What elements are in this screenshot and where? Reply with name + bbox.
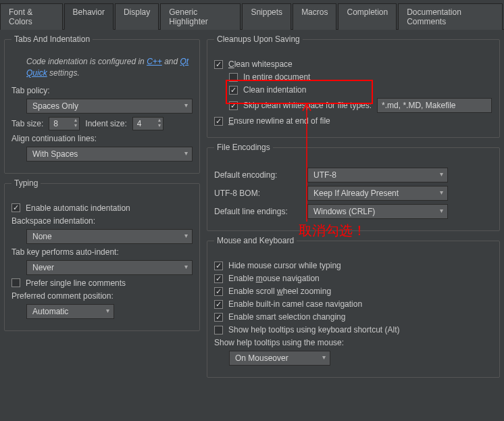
group-title: Tabs And Indentation bbox=[11, 34, 93, 44]
camel-label[interactable]: Enable built-in camel case navigation bbox=[228, 299, 362, 309]
backspace-label: Backspace indentation: bbox=[11, 216, 95, 226]
clean-indent-checkbox[interactable] bbox=[229, 86, 238, 95]
bom-select[interactable]: Keep If Already Present bbox=[307, 186, 448, 201]
mouse-nav-checkbox[interactable] bbox=[214, 274, 223, 283]
tab-policy-select[interactable]: Spaces Only bbox=[26, 99, 193, 114]
hint-text: Code indentation is configured in bbox=[26, 57, 147, 66]
newline-checkbox[interactable] bbox=[214, 117, 223, 126]
group-mouse-keyboard: Mouse and Keyboard Hide mouse cursor whi… bbox=[207, 241, 500, 378]
align-label: Align continuation lines: bbox=[11, 134, 97, 143]
commentpos-label: Preferred comment position: bbox=[11, 291, 114, 301]
singleline-checkbox[interactable] bbox=[11, 278, 20, 287]
singleline-label[interactable]: Prefer single line comments bbox=[26, 278, 126, 288]
skip-types-input[interactable]: *.md, *.MD, Makefile bbox=[377, 98, 492, 113]
smart-sel-checkbox[interactable] bbox=[214, 313, 223, 322]
line-end-label: Default line endings: bbox=[214, 207, 302, 216]
clean-indent-label[interactable]: Clean indentation bbox=[243, 85, 306, 95]
tab-policy-label: Tab policy: bbox=[11, 86, 50, 95]
group-typing: Typing Enable automatic indentation Back… bbox=[4, 183, 200, 331]
group-title: File Encodings bbox=[214, 143, 273, 152]
tab-size-input[interactable]: 8 bbox=[49, 117, 80, 130]
default-enc-label: Default encoding: bbox=[214, 170, 302, 180]
tab-display[interactable]: Display bbox=[115, 3, 159, 30]
camel-checkbox[interactable] bbox=[214, 300, 223, 309]
group-tabs-indentation: Tabs And Indentation Code indentation is… bbox=[4, 39, 200, 174]
hide-cursor-label[interactable]: Hide mouse cursor while typing bbox=[228, 261, 341, 270]
mouse-nav-label[interactable]: Enable mouse navigation bbox=[228, 274, 320, 283]
tabkey-label: Tab key performs auto-indent: bbox=[11, 247, 119, 257]
auto-indent-label[interactable]: Enable automatic indentation bbox=[26, 203, 130, 213]
clean-ws-checkbox[interactable] bbox=[214, 60, 223, 69]
indent-hint: Code indentation is configured in C++ an… bbox=[11, 56, 193, 79]
commentpos-select[interactable]: Automatic bbox=[26, 304, 114, 319]
skip-types-checkbox[interactable] bbox=[229, 101, 238, 110]
tab-completion[interactable]: Completion bbox=[338, 3, 397, 30]
tooltips-alt-checkbox[interactable] bbox=[214, 326, 223, 335]
group-title: Typing bbox=[11, 178, 41, 188]
default-enc-select[interactable]: UTF-8 bbox=[307, 168, 448, 182]
group-title: Mouse and Keyboard bbox=[214, 236, 297, 245]
bom-label: UTF-8 BOM: bbox=[214, 189, 302, 198]
newline-label[interactable]: Ensure newline at end of file bbox=[228, 116, 330, 126]
tab-size-label: Tab size: bbox=[11, 119, 43, 128]
tab-macros[interactable]: Macros bbox=[293, 3, 336, 30]
line-end-select[interactable]: Windows (CRLF) bbox=[307, 204, 448, 219]
align-select[interactable]: With Spaces bbox=[26, 147, 193, 162]
tab-snippets[interactable]: Snippets bbox=[242, 3, 291, 30]
indent-size-input[interactable]: 4 bbox=[132, 117, 163, 130]
tab-behavior[interactable]: Behavior bbox=[64, 3, 114, 30]
indent-size-label: Indent size: bbox=[85, 119, 126, 128]
auto-indent-checkbox[interactable] bbox=[11, 203, 20, 212]
tooltips-alt-label[interactable]: Show help tooltips using keyboard shortc… bbox=[228, 325, 399, 335]
tab-generic-highlighter[interactable]: Generic Highlighter bbox=[160, 3, 241, 30]
backspace-select[interactable]: None bbox=[26, 229, 193, 244]
hint-text: settings. bbox=[47, 68, 80, 78]
hint-text: and bbox=[162, 57, 180, 66]
scroll-zoom-checkbox[interactable] bbox=[214, 287, 223, 296]
scroll-zoom-label[interactable]: Enable scroll wheel zooming bbox=[228, 287, 331, 296]
group-cleanups: Cleanups Upon Saving Clean whitespace In… bbox=[207, 39, 500, 138]
entire-doc-checkbox[interactable] bbox=[229, 73, 238, 82]
tooltips-mouse-label: Show help tooltips using the mouse: bbox=[214, 338, 344, 347]
tab-bar: Font & Colors Behavior Display Generic H… bbox=[0, 0, 504, 30]
entire-doc-label[interactable]: In entire document bbox=[243, 72, 310, 82]
skip-types-label[interactable]: Skip clean whitespace for file types: bbox=[243, 101, 372, 110]
tabkey-select[interactable]: Never bbox=[26, 260, 193, 275]
clean-ws-label[interactable]: Clean whitespace bbox=[228, 59, 293, 69]
group-encodings: File Encodings Default encoding: UTF-8 U… bbox=[207, 147, 500, 231]
hide-cursor-checkbox[interactable] bbox=[214, 262, 223, 270]
link-cpp[interactable]: C++ bbox=[147, 57, 162, 66]
group-title: Cleanups Upon Saving bbox=[214, 34, 303, 44]
tab-doc-comments[interactable]: Documentation Comments bbox=[398, 3, 503, 30]
tooltips-mouse-select[interactable]: On Mouseover bbox=[229, 351, 330, 366]
tab-font-colors[interactable]: Font & Colors bbox=[0, 3, 63, 30]
smart-sel-label[interactable]: Enable smart selection changing bbox=[228, 312, 345, 322]
